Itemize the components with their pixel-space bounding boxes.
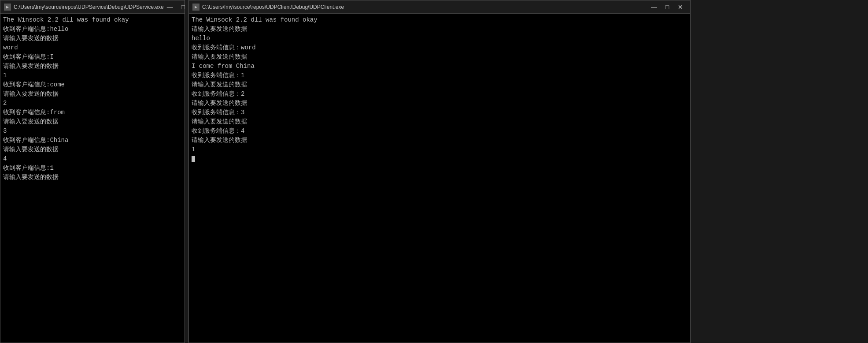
client-title-left: ▶ C:\Users\fmy\source\repos\UDPClient\De… [192, 4, 344, 11]
console-cursor [192, 156, 195, 162]
server-title-bar: ▶ C:\Users\fmy\source\repos\UDPService\D… [0, 0, 185, 14]
server-console-body: The Winsock 2.2 dll was found okay 收到客户端… [0, 14, 185, 343]
server-title-text: C:\Users\fmy\source\repos\UDPService\Deb… [14, 4, 164, 10]
client-title-text: C:\Users\fmy\source\repos\UDPClient\Debu… [202, 4, 344, 10]
client-window-controls: — □ ✕ [648, 2, 687, 12]
server-maximize-button[interactable]: □ [177, 2, 189, 12]
client-title-bar: ▶ C:\Users\fmy\source\repos\UDPClient\De… [189, 0, 690, 14]
client-window-icon: ▶ [192, 4, 199, 11]
server-minimize-button[interactable]: — [164, 2, 176, 12]
client-minimize-button[interactable]: — [648, 2, 660, 12]
server-window-icon: ▶ [4, 4, 11, 11]
client-console-body: The Winsock 2.2 dll was found okay 请输入要发… [189, 14, 690, 343]
client-close-button[interactable]: ✕ [674, 2, 687, 12]
server-console-window: ▶ C:\Users\fmy\source\repos\UDPService\D… [0, 0, 185, 343]
client-console-window: ▶ C:\Users\fmy\source\repos\UDPClient\De… [188, 0, 691, 343]
server-title-left: ▶ C:\Users\fmy\source\repos\UDPService\D… [4, 4, 164, 11]
client-maximize-button[interactable]: □ [661, 2, 673, 12]
